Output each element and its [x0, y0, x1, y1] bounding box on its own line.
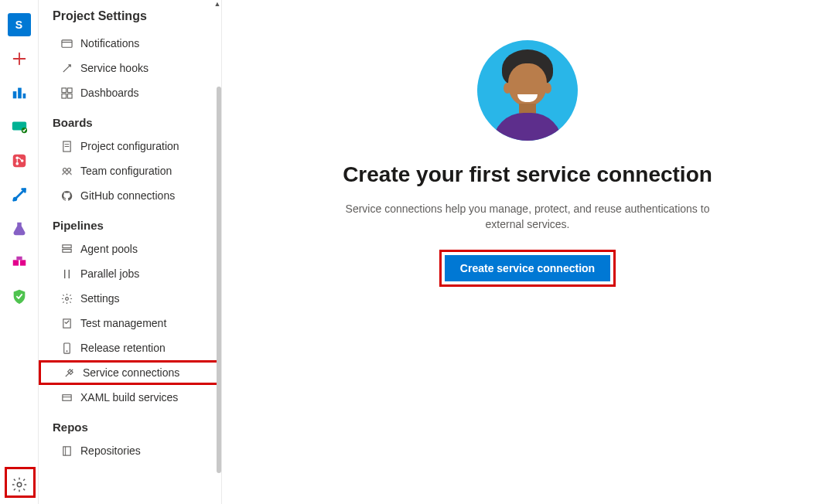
create-service-connection-button[interactable]: Create service connection [445, 255, 610, 281]
nav-github-connections[interactable]: GitHub connections [39, 183, 221, 208]
nav-agent-pools[interactable]: Agent pools [39, 237, 221, 261]
add-icon[interactable] [8, 47, 31, 70]
nav-label: Service connections [83, 366, 179, 379]
sidebar-title: Project Settings [39, 5, 221, 31]
project-avatar-icon[interactable]: S [8, 13, 31, 36]
boards-icon[interactable] [8, 115, 31, 138]
nav-repositories[interactable]: Repositories [39, 438, 221, 463]
svg-point-23 [63, 168, 66, 171]
repo-icon [60, 444, 73, 457]
overview-icon[interactable] [8, 81, 31, 104]
notifications-icon [60, 37, 73, 49]
github-icon [60, 189, 73, 202]
build-icon [60, 391, 73, 404]
svg-rect-12 [16, 257, 22, 261]
svg-rect-14 [61, 39, 71, 46]
nav-service-hooks[interactable]: Service hooks [39, 56, 221, 80]
svg-rect-19 [67, 94, 72, 98]
cta-highlight-box: Create service connection [439, 250, 616, 287]
svg-point-6 [15, 157, 19, 160]
svg-point-32 [66, 350, 67, 352]
gear-icon [60, 292, 73, 305]
nav-label: Notifications [80, 37, 139, 49]
retention-icon [60, 342, 73, 354]
svg-rect-5 [12, 155, 26, 168]
parallel-icon [60, 267, 73, 280]
nav-label: Service hooks [80, 62, 149, 74]
empty-state-title: Create your first service connection [343, 162, 712, 187]
nav-test-management[interactable]: Test management [39, 311, 221, 335]
empty-state-avatar-icon [477, 40, 578, 141]
svg-rect-2 [22, 94, 26, 98]
svg-point-7 [15, 162, 19, 165]
compliance-icon[interactable] [8, 285, 31, 308]
empty-state-subtitle: Service connections help you manage, pro… [326, 201, 729, 233]
svg-point-9 [12, 197, 17, 202]
nav-label: Agent pools [80, 243, 138, 255]
test-icon [60, 317, 73, 329]
nav-label: XAML build services [80, 391, 178, 404]
nav-release-retention[interactable]: Release retention [39, 335, 221, 360]
nav-label: Dashboards [80, 87, 139, 99]
nav-label: Project configuration [80, 140, 179, 152]
nav-notifications[interactable]: Notifications [39, 31, 221, 56]
scroll-up-arrow-icon[interactable]: ▲ [213, 0, 221, 8]
nav-label: Settings [80, 292, 120, 305]
svg-rect-11 [19, 260, 25, 265]
svg-rect-33 [62, 394, 70, 400]
svg-point-13 [17, 482, 22, 487]
svg-rect-18 [61, 94, 66, 98]
project-settings-gear-icon[interactable] [11, 476, 28, 493]
dashboard-icon [60, 87, 73, 99]
svg-rect-17 [67, 87, 72, 92]
doc-icon [60, 140, 73, 152]
section-repos: Repos [39, 410, 221, 438]
settings-sidebar: ▲ Project Settings Notifications Service… [39, 0, 222, 504]
nav-settings[interactable]: Settings [39, 286, 221, 311]
artifacts-icon[interactable] [8, 251, 31, 274]
svg-rect-0 [12, 91, 16, 98]
section-boards: Boards [39, 105, 221, 134]
nav-label: Test management [80, 317, 166, 329]
section-pipelines: Pipelines [39, 208, 221, 237]
svg-point-24 [67, 168, 70, 171]
svg-rect-25 [62, 244, 70, 247]
svg-point-29 [65, 297, 68, 300]
svg-rect-10 [12, 260, 18, 265]
nav-label: GitHub connections [80, 189, 175, 202]
nav-label: Team configuration [80, 165, 172, 177]
plug-icon [63, 366, 75, 379]
nav-service-connections[interactable]: Service connections [39, 360, 221, 385]
nav-team-configuration[interactable]: Team configuration [39, 158, 221, 183]
nav-dashboards[interactable]: Dashboards [39, 80, 221, 105]
sidebar-scrollbar[interactable] [217, 87, 221, 473]
nav-label: Release retention [80, 342, 166, 354]
icon-rail: S [0, 0, 39, 504]
test-plans-icon[interactable] [8, 217, 31, 240]
pool-icon [60, 243, 73, 255]
svg-rect-35 [63, 446, 70, 455]
pipelines-icon[interactable] [8, 183, 31, 206]
svg-rect-30 [63, 318, 70, 327]
nav-parallel-jobs[interactable]: Parallel jobs [39, 261, 221, 286]
svg-rect-26 [62, 249, 70, 252]
nav-label: Parallel jobs [80, 267, 139, 280]
svg-rect-16 [61, 87, 66, 92]
nav-xaml-build[interactable]: XAML build services [39, 385, 221, 410]
nav-label: Repositories [80, 444, 141, 457]
repos-icon[interactable] [8, 149, 31, 172]
team-icon [60, 165, 73, 177]
svg-rect-1 [18, 88, 22, 99]
main-content: Create your first service connection Ser… [222, 0, 833, 504]
nav-project-configuration[interactable]: Project configuration [39, 134, 221, 158]
hook-icon [60, 62, 73, 74]
